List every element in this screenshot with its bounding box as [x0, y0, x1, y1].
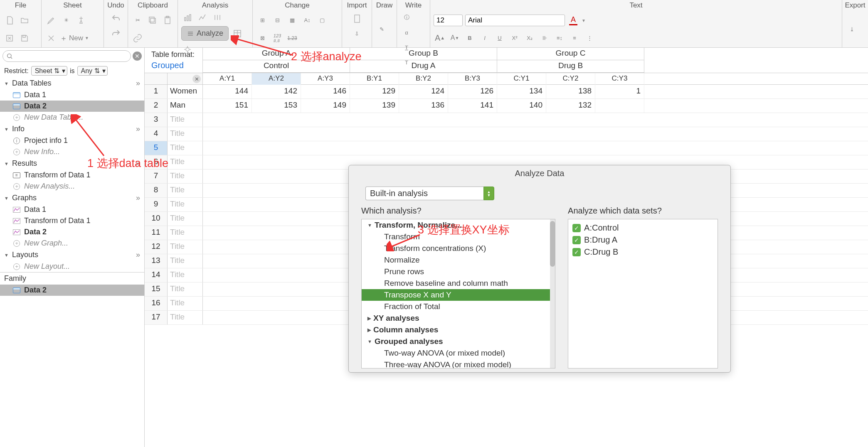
cell[interactable]: 146: [301, 85, 350, 98]
tree-scrollbar[interactable]: [550, 219, 555, 368]
restrict-scope-select[interactable]: Sheet ⇅: [31, 66, 67, 76]
nav-new-graph[interactable]: +New Graph...: [0, 238, 144, 249]
copy-icon[interactable]: [146, 14, 159, 27]
cell[interactable]: 149: [301, 99, 350, 113]
row-label[interactable]: Title: [168, 226, 203, 240]
row-label[interactable]: Title: [168, 155, 203, 169]
nav-new-analysis[interactable]: +New Analysis...: [0, 181, 144, 192]
stats-icon[interactable]: [211, 11, 224, 24]
info-icon[interactable]: ⓘ: [400, 11, 413, 24]
tree-group-column[interactable]: Column analyses: [362, 324, 555, 336]
nav-graph-data1[interactable]: Data 1: [0, 204, 144, 215]
cell[interactable]: 124: [399, 85, 448, 98]
nav-new-data-table[interactable]: +New Data Table...: [0, 112, 144, 123]
nav-layouts[interactable]: Layouts»: [0, 249, 144, 261]
row-label[interactable]: Man: [168, 99, 203, 113]
row-label[interactable]: Title: [168, 184, 203, 197]
col-header[interactable]: C:Y2: [546, 73, 595, 85]
tree-group-grouped[interactable]: Grouped analyses: [362, 336, 555, 347]
group-title[interactable]: Group C: [497, 48, 644, 60]
group-sub[interactable]: Drug B: [497, 60, 644, 73]
pin-icon[interactable]: [75, 14, 87, 27]
text-color-icon[interactable]: A: [567, 15, 579, 26]
dataset-b[interactable]: ✓B:Drug A: [571, 234, 715, 246]
nav-item-data2[interactable]: Data 2: [0, 101, 144, 112]
col-header[interactable]: B:Y2: [399, 73, 448, 85]
paste-icon[interactable]: [161, 14, 174, 27]
cell[interactable]: 126: [448, 85, 497, 98]
row-label[interactable]: Title: [168, 240, 203, 254]
align-left-icon[interactable]: ≡: [568, 32, 581, 44]
nav-new-layout[interactable]: +New Layout...: [0, 261, 144, 272]
chg2-icon[interactable]: ⊟: [271, 14, 284, 27]
super-icon[interactable]: X²: [508, 32, 521, 44]
asterisk-icon[interactable]: ✳: [60, 14, 72, 27]
italic-icon[interactable]: I: [478, 32, 491, 44]
chart1-icon[interactable]: [181, 11, 194, 24]
col-header[interactable]: A:Y2: [252, 73, 301, 85]
nav-results[interactable]: Results»: [0, 157, 144, 169]
dialog-combo[interactable]: Built-in analysis: [365, 187, 483, 200]
tree-prune[interactable]: Prune rows: [362, 266, 555, 278]
row-label[interactable]: Title: [168, 254, 203, 268]
cell[interactable]: [595, 99, 644, 113]
tree-transpose[interactable]: Transpose X and Y: [362, 289, 555, 301]
row-number[interactable]: 5: [145, 141, 168, 155]
row-number[interactable]: 16: [145, 297, 168, 310]
group-sub[interactable]: Drug A: [350, 60, 497, 73]
nav-item-transform[interactable]: ≡Transform of Data 1: [0, 169, 144, 181]
search-input[interactable]: [2, 50, 131, 62]
restrict-value-select[interactable]: Any ⇅: [77, 66, 108, 76]
row-label[interactable]: Title: [168, 268, 203, 282]
font-name-input[interactable]: [465, 15, 565, 26]
chg6-icon[interactable]: ⊠: [256, 32, 269, 44]
nav-new-info[interactable]: +New Info...: [0, 146, 144, 157]
open-file-icon[interactable]: [18, 14, 31, 27]
close-file-icon[interactable]: [3, 32, 16, 44]
tree-transform-conc[interactable]: Transform concentrations (X): [362, 243, 555, 254]
row-number[interactable]: 14: [145, 268, 168, 282]
cell[interactable]: 141: [448, 99, 497, 113]
row-number[interactable]: 7: [145, 169, 168, 183]
row-number[interactable]: 17: [145, 311, 168, 324]
delete-row-icon[interactable]: [45, 32, 57, 44]
tree-group-transform[interactable]: Transform, Normalize...: [362, 219, 555, 231]
row-label[interactable]: Title: [168, 127, 203, 141]
col-header[interactable]: C:Y3: [595, 73, 644, 85]
sub-icon[interactable]: X₂: [523, 32, 536, 44]
chart2-icon[interactable]: [196, 11, 209, 24]
chg4-icon[interactable]: A↕: [301, 14, 313, 27]
bold-icon[interactable]: B: [464, 32, 476, 44]
row-number[interactable]: 13: [145, 254, 168, 268]
cell[interactable]: 1: [595, 85, 644, 98]
draw-icon[interactable]: ✎: [375, 23, 388, 35]
tree-transform[interactable]: Transform: [362, 231, 555, 243]
options-icon[interactable]: ⋮: [583, 32, 596, 44]
spacing-icon[interactable]: ⊪: [538, 32, 551, 44]
tree-group-xy[interactable]: XY analyses: [362, 312, 555, 324]
col-header[interactable]: A:Y3: [301, 73, 350, 85]
row-label[interactable]: Title: [168, 113, 203, 127]
tree-normalize[interactable]: Normalize: [362, 254, 555, 266]
cell[interactable]: 132: [546, 99, 595, 113]
tree-remove-baseline[interactable]: Remove baseline and column math: [362, 278, 555, 289]
tree-anova2[interactable]: Two-way ANOVA (or mixed model): [362, 347, 555, 359]
chg3-icon[interactable]: ▦: [286, 14, 298, 27]
row-number[interactable]: 8: [145, 184, 168, 197]
import2-icon[interactable]: ⇩: [351, 27, 363, 40]
cell[interactable]: 138: [546, 85, 595, 98]
nav-graphs[interactable]: Graphs»: [0, 192, 144, 204]
tree-fraction[interactable]: Fraction of Total: [362, 301, 555, 312]
row-label[interactable]: Title: [168, 141, 203, 155]
cell[interactable]: 144: [203, 85, 252, 98]
size-down-icon[interactable]: A▼: [449, 32, 461, 44]
chg7-icon[interactable]: 123#.#: [271, 32, 284, 44]
row-label[interactable]: Title: [168, 311, 203, 324]
clear-label-icon[interactable]: ✕: [192, 75, 201, 83]
row-label[interactable]: Title: [168, 282, 203, 296]
row-number[interactable]: 4: [145, 127, 168, 141]
dataset-c[interactable]: ✓C:Drug B: [571, 246, 715, 258]
tree-anova3[interactable]: Three-way ANOVA (or mixed model): [362, 359, 555, 368]
nav-info[interactable]: Info»: [0, 123, 144, 135]
row-label[interactable]: Women: [168, 85, 203, 98]
